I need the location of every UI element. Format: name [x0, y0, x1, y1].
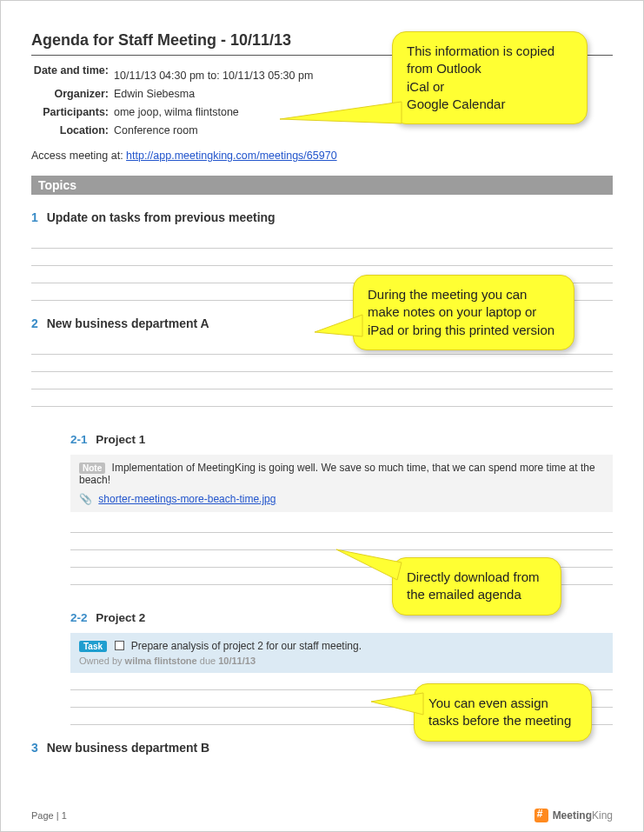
topic-1-number: 1: [31, 210, 38, 224]
topic-2: 2 New business department A 2-1 Project …: [31, 316, 613, 725]
attachment-link[interactable]: shorter-meetings-more-beach-time.jpg: [98, 493, 276, 505]
callout-tail-icon: [336, 549, 402, 580]
topic-2-text: New business department A: [47, 316, 209, 330]
task-box: Task Prepare analysis of project 2 for o…: [70, 633, 613, 673]
paperclip-icon: 📎: [79, 493, 92, 505]
note-text: Implementation of MeetingKing is going w…: [79, 462, 595, 486]
access-meeting: Access meeting at: http://app.meetingkin…: [31, 150, 613, 162]
task-owner-name: wilma flintstone: [125, 656, 197, 666]
callout-calendar-info: This information is copied from Outlook …: [392, 31, 588, 124]
callout-calendar-text: This information is copied from Outlook …: [407, 43, 554, 111]
page-number: Page | 1: [31, 810, 67, 821]
callout-tail-icon: [315, 310, 362, 341]
svg-marker-2: [336, 549, 402, 580]
topic-1-title: 1 Update on tasks from previous meeting: [31, 210, 613, 224]
callout-meeting-notes: During the meeting you can make notes on…: [353, 275, 574, 350]
task-due-date: 10/11/13: [218, 656, 256, 666]
logo-icon: [534, 809, 548, 822]
logo-text-2: King: [592, 809, 613, 822]
callout-meeting-notes-text: During the meeting you can make notes on…: [368, 287, 554, 337]
topic-2-number: 2: [31, 316, 38, 330]
callout-download: Directly download from the emailed agend…: [392, 557, 561, 616]
callout-assign-tasks-text: You can even assign tasks before the mee…: [428, 696, 571, 728]
svg-marker-0: [280, 102, 402, 123]
topic-1-text: Update on tasks from previous meeting: [47, 210, 276, 224]
logo-text-1: Meeting: [553, 809, 592, 822]
callout-assign-tasks: You can even assign tasks before the mee…: [414, 683, 592, 742]
meetingking-logo: MeetingKing: [534, 809, 613, 822]
topic-3-title: 3 New business department B: [31, 741, 613, 755]
subtopic-2-2-number: 2-2: [70, 611, 88, 624]
task-owner-line: Owned by wilma flintstone due 10/11/13: [79, 656, 604, 666]
note-box: Note Implementation of MeetingKing is go…: [70, 455, 613, 512]
callout-download-text: Directly download from the emailed agend…: [407, 569, 540, 602]
note-badge: Note: [79, 463, 105, 474]
task-text: Prepare analysis of project 2 for our st…: [131, 640, 362, 652]
callout-tail-icon: [371, 693, 423, 719]
topic-3-number: 3: [31, 741, 38, 755]
subtopic-2-1-title: 2-1 Project 1: [70, 433, 613, 446]
meta-datetime-label: Date and time:: [31, 64, 114, 83]
topic-3: 3 New business department B: [31, 741, 613, 755]
page-footer: Page | 1 MeetingKing: [31, 809, 613, 822]
meta-participants-label: Participants:: [31, 106, 114, 119]
meta-location-label: Location:: [31, 124, 114, 137]
svg-marker-3: [371, 693, 423, 715]
topics-header: Topics: [31, 176, 613, 195]
agenda-page: Agenda for Staff Meeting - 10/11/13 Date…: [0, 0, 644, 832]
callout-tail-icon: [280, 97, 402, 132]
task-checkbox[interactable]: [115, 641, 124, 650]
svg-marker-1: [315, 315, 362, 336]
meta-organizer-label: Organizer:: [31, 88, 114, 101]
access-link[interactable]: http://app.meetingking.com/meetings/6597…: [126, 150, 337, 162]
topic-3-text: New business department B: [47, 741, 210, 755]
subtopic-2-2-text: Project 2: [96, 611, 145, 624]
subtopic-2-1-text: Project 1: [96, 433, 145, 446]
access-prefix: Access meeting at:: [31, 150, 126, 162]
subtopic-2-1-number: 2-1: [70, 433, 88, 446]
task-due-prefix: due: [197, 656, 218, 666]
task-badge: Task: [79, 641, 107, 652]
attachment: 📎 shorter-meetings-more-beach-time.jpg: [79, 493, 604, 505]
task-owner-prefix: Owned by: [79, 656, 125, 666]
